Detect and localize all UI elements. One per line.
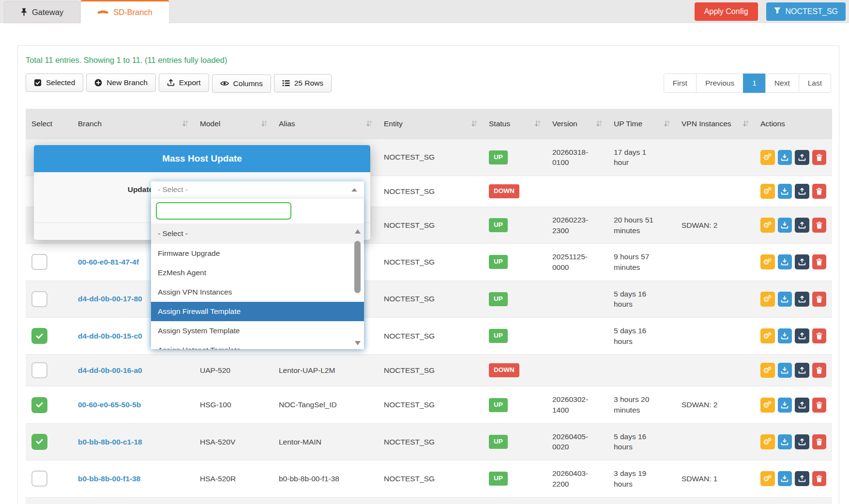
scroll-up-icon[interactable] bbox=[355, 229, 361, 234]
column-header-uptime[interactable]: UP Time bbox=[608, 109, 676, 139]
config-action-button[interactable]: ⚙⚙ bbox=[760, 254, 775, 269]
config-action-button[interactable]: ⚙⚙ bbox=[760, 471, 775, 486]
branch-link[interactable]: 00-60-e0-65-50-5b bbox=[78, 400, 141, 409]
sort-icon[interactable] bbox=[740, 120, 749, 127]
dropdown-option-assign-vpn-instances[interactable]: Assign VPN Instances bbox=[151, 282, 364, 302]
sort-icon[interactable] bbox=[593, 120, 602, 127]
download-action-button[interactable] bbox=[778, 292, 792, 307]
update-host-select-value[interactable]: - Select - bbox=[151, 181, 364, 198]
branch-link[interactable]: d4-dd-0b-00-16-a0 bbox=[78, 366, 142, 374]
column-header-status[interactable]: Status bbox=[483, 109, 546, 139]
column-header-model[interactable]: Model bbox=[194, 109, 273, 139]
download-action-button[interactable] bbox=[778, 398, 792, 413]
branch-link[interactable]: d4-dd-0b-00-17-80 bbox=[78, 295, 142, 303]
sort-icon[interactable] bbox=[364, 120, 372, 127]
dropdown-option-assign-firewall-template[interactable]: Assign Firewall Template bbox=[151, 302, 364, 321]
config-action-button[interactable]: ⚙⚙ bbox=[760, 292, 775, 307]
new-branch-button[interactable]: New Branch bbox=[86, 74, 155, 92]
vpn-cell bbox=[676, 318, 755, 355]
column-header-entity[interactable]: Entity bbox=[378, 109, 483, 139]
download-action-button[interactable] bbox=[778, 184, 792, 199]
upload-action-button[interactable] bbox=[795, 328, 809, 343]
download-action-button[interactable] bbox=[778, 328, 792, 343]
upload-action-button[interactable] bbox=[795, 398, 809, 413]
row-checkbox[interactable] bbox=[31, 254, 47, 270]
dropdown-option-ezmesh-agent[interactable]: EzMesh Agent bbox=[151, 263, 364, 282]
config-action-button[interactable]: ⚙⚙ bbox=[760, 363, 775, 378]
upload-action-button[interactable] bbox=[795, 254, 809, 269]
download-action-button[interactable] bbox=[778, 434, 792, 449]
tab-sd-branch[interactable]: SD-Branch bbox=[80, 0, 169, 23]
sort-icon[interactable] bbox=[532, 120, 541, 127]
25-rows-button[interactable]: 25 Rows bbox=[274, 74, 332, 92]
download-icon bbox=[781, 296, 788, 303]
config-action-button[interactable]: ⚙⚙ bbox=[760, 150, 775, 165]
upload-action-button[interactable] bbox=[795, 292, 809, 307]
delete-action-button[interactable] bbox=[812, 328, 827, 343]
row-checkbox[interactable] bbox=[31, 397, 47, 413]
upload-icon bbox=[798, 367, 806, 374]
upload-action-button[interactable] bbox=[795, 218, 809, 233]
apply-config-button[interactable]: Apply Config bbox=[695, 2, 758, 21]
config-action-button[interactable]: ⚙⚙ bbox=[760, 218, 775, 233]
branch-link[interactable]: d4-dd-0b-00-15-c0 bbox=[78, 332, 142, 340]
dropdown-option-firmware-upgrade[interactable]: Firmware Upgrade bbox=[151, 244, 364, 263]
page-last[interactable]: Last bbox=[799, 74, 831, 93]
upload-action-button[interactable] bbox=[795, 363, 809, 378]
tab-gateway[interactable]: Gateway bbox=[4, 1, 80, 23]
row-checkbox[interactable] bbox=[31, 291, 47, 307]
column-header-vpn[interactable]: VPN Instances bbox=[676, 109, 755, 139]
dropdown-scrollbar[interactable] bbox=[353, 223, 362, 349]
upload-action-button[interactable] bbox=[795, 471, 809, 486]
selected-button[interactable]: Selected bbox=[26, 74, 83, 92]
scroll-down-icon[interactable] bbox=[355, 341, 361, 345]
row-checkbox[interactable] bbox=[31, 362, 47, 378]
branch-link[interactable]: b0-bb-8b-00-c1-18 bbox=[78, 438, 142, 446]
dropdown-option-select[interactable]: - Select - bbox=[151, 223, 364, 244]
sort-icon[interactable] bbox=[258, 120, 267, 127]
row-checkbox[interactable] bbox=[31, 434, 47, 450]
download-action-button[interactable] bbox=[778, 254, 792, 269]
download-action-button[interactable] bbox=[778, 363, 792, 378]
export-button[interactable]: Export bbox=[159, 74, 209, 92]
entity-filter-button[interactable]: NOCTEST_SG bbox=[766, 2, 846, 21]
column-header-branch[interactable]: Branch bbox=[72, 109, 194, 139]
page-1[interactable]: 1 bbox=[743, 74, 766, 93]
dropdown-search-input[interactable] bbox=[156, 202, 291, 220]
delete-action-button[interactable] bbox=[812, 292, 827, 307]
dropdown-option-assign-system-template[interactable]: Assign System Template bbox=[151, 321, 364, 341]
config-action-button[interactable]: ⚙⚙ bbox=[760, 184, 775, 199]
dropdown-option-assign-hotspot-template[interactable]: Assign Hotspot Template bbox=[151, 341, 364, 349]
page-first[interactable]: First bbox=[664, 74, 697, 93]
row-checkbox[interactable] bbox=[31, 328, 47, 344]
upload-action-button[interactable] bbox=[795, 184, 809, 199]
scrollbar-thumb[interactable] bbox=[354, 241, 361, 293]
column-header-version[interactable]: Version bbox=[546, 109, 608, 139]
column-header-alias[interactable]: Alias bbox=[273, 109, 378, 139]
delete-action-button[interactable] bbox=[812, 398, 827, 413]
branch-link[interactable]: 00-60-e0-81-47-4f bbox=[78, 258, 139, 266]
config-action-button[interactable]: ⚙⚙ bbox=[760, 434, 775, 449]
delete-action-button[interactable] bbox=[812, 254, 827, 269]
page-next[interactable]: Next bbox=[765, 74, 799, 93]
sort-icon[interactable] bbox=[180, 120, 188, 127]
config-action-button[interactable]: ⚙⚙ bbox=[760, 328, 775, 343]
row-checkbox[interactable] bbox=[31, 471, 47, 487]
download-action-button[interactable] bbox=[778, 150, 792, 165]
delete-action-button[interactable] bbox=[812, 184, 827, 199]
delete-action-button[interactable] bbox=[812, 434, 827, 449]
sort-icon[interactable] bbox=[469, 120, 477, 127]
config-action-button[interactable]: ⚙⚙ bbox=[760, 398, 775, 413]
upload-action-button[interactable] bbox=[795, 150, 809, 165]
columns-button[interactable]: Columns bbox=[212, 74, 271, 93]
delete-action-button[interactable] bbox=[812, 471, 827, 486]
download-action-button[interactable] bbox=[778, 218, 792, 233]
delete-action-button[interactable] bbox=[812, 218, 827, 233]
download-action-button[interactable] bbox=[778, 471, 792, 486]
page-previous[interactable]: Previous bbox=[696, 74, 743, 93]
branch-link[interactable]: b0-bb-8b-00-f1-38 bbox=[78, 474, 140, 483]
delete-action-button[interactable] bbox=[812, 363, 827, 378]
delete-action-button[interactable] bbox=[812, 150, 827, 165]
upload-action-button[interactable] bbox=[795, 434, 809, 449]
sort-icon[interactable] bbox=[661, 120, 670, 127]
